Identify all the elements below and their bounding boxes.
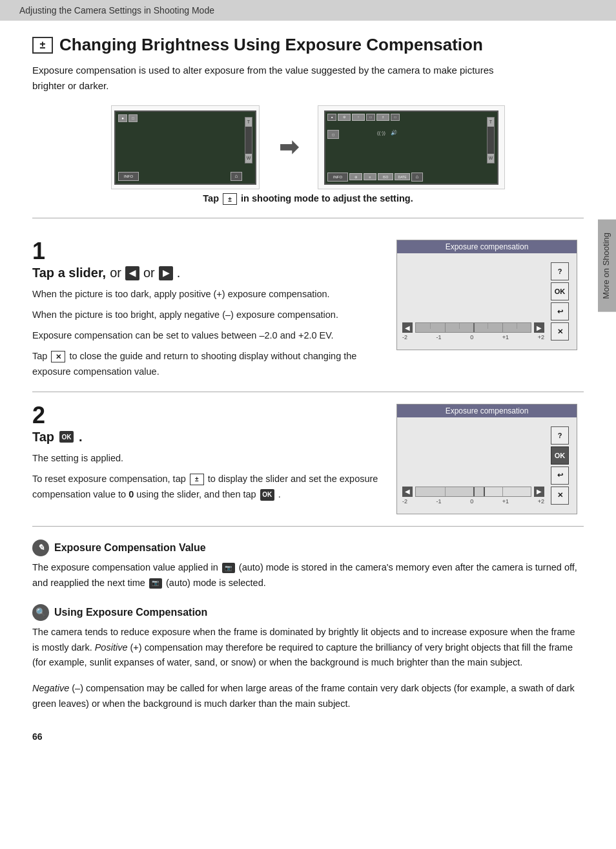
exp-slider-area-1: ◀ ▶ [402, 260, 544, 343]
section-title-text: Changing Brightness Using Exposure Compe… [59, 35, 483, 55]
exp-panel-buttons-2: ? OK ↩ ✕ [548, 424, 571, 507]
cam-icon-note1-1: 📷 [222, 563, 235, 573]
note2-italic-negative: Negative [32, 683, 69, 693]
help-btn-1[interactable]: ? [551, 262, 569, 280]
header-text: Adjusting the Camera Settings in Shootin… [19, 5, 214, 16]
note-2-text-2: Negative (–) compensation may be called … [32, 681, 584, 712]
cam-icon-note1-2: 📷 [149, 578, 162, 589]
slider-labels-2: -2 -1 0 +1 +2 [402, 498, 544, 505]
arrow-right: ➡ [279, 134, 298, 161]
step-2-heading: Tap OK . [32, 430, 381, 445]
section-divider-top [32, 218, 584, 218]
step-1-para3: Exposure compensation can be set to valu… [32, 328, 381, 344]
camera-diagram-before: ● □ T W INFO ⌂ [111, 105, 260, 189]
or-text-2: or [143, 266, 155, 280]
step-2-para1: The setting is applied. [32, 451, 381, 466]
step-1-para1: When the picture is too dark, apply posi… [32, 287, 381, 302]
note-1-text: The exposure compensation value applied … [32, 560, 584, 591]
step-1-panel: Exposure compensation ◀ [396, 240, 584, 350]
slider-left-btn-2[interactable]: ◀ [402, 487, 413, 497]
step-1-body: When the picture is too dark, apply posi… [32, 287, 381, 380]
note-1-title: Exposure Compensation Value [54, 542, 206, 554]
exposure-comp-icon: ± [32, 37, 53, 54]
left-arrow-btn[interactable]: ◀ [125, 266, 139, 280]
x-btn-2[interactable]: ✕ [551, 487, 569, 505]
x-icon-step1: ✕ [51, 351, 65, 362]
step-1-heading: Tap a slider, or ◀ or ▶ . [32, 266, 381, 280]
back-btn-1[interactable]: ↩ [551, 302, 569, 320]
note-2-title: Using Exposure Compensation [54, 607, 207, 618]
slider-left-btn-1[interactable]: ◀ [402, 322, 413, 333]
note-1-icon: ✎ [32, 540, 49, 556]
note2-italic-positive: Positive [95, 642, 128, 653]
slider-right-btn-2[interactable]: ▶ [534, 487, 544, 497]
lcd-before: ● □ T W INFO ⌂ [114, 110, 256, 185]
step-2-bold-zero: 0 [128, 489, 134, 499]
right-arrow-btn[interactable]: ▶ [159, 266, 173, 280]
section-title: ± Changing Brightness Using Exposure Com… [32, 35, 584, 55]
back-btn-2[interactable]: ↩ [551, 466, 569, 485]
or-text-1: or [110, 266, 121, 280]
exp-icon-step2: ± [190, 474, 204, 485]
note-2-heading: 🔍 Using Exposure Compensation [32, 604, 584, 621]
help-btn-2[interactable]: ? [551, 426, 569, 445]
step-1-para4: Tap ✕ to close the guide and return to s… [32, 349, 381, 380]
exp-slider-area-2: ◀ ▶ -2 -1 [402, 424, 544, 507]
note-2-icon: 🔍 [32, 604, 49, 621]
step-1-row: 1 Tap a slider, or ◀ or ▶ . When the pic… [32, 228, 584, 392]
slider-bar-2[interactable] [415, 487, 531, 497]
exp-panel-title-1: Exposure compensation [397, 240, 577, 253]
camera-diagram-after: ● ⚙ ↑ □ ± □ ◻ ((·)) 🔊 T W [318, 105, 505, 189]
ok-icon-step2: OK [59, 431, 74, 443]
exp-comp-icon-inline: ± [223, 193, 237, 205]
ok-icon-step2-end: OK [260, 489, 274, 501]
step-2-body: The setting is applied. To reset exposur… [32, 451, 381, 503]
note-2-text: The camera tends to reduce exposure when… [32, 625, 584, 671]
step-2-row: 2 Tap OK . The setting is applied. To re… [32, 392, 584, 527]
page-number: 66 [32, 731, 43, 742]
x-btn-1[interactable]: ✕ [551, 322, 569, 341]
step-1-number: 1 [32, 240, 381, 263]
slider-bar-1[interactable] [415, 322, 531, 333]
intro-text: Exposure compensation is used to alter e… [32, 63, 523, 94]
exp-slider-track-1: ◀ ▶ [402, 322, 544, 333]
exp-panel-buttons-1: ? OK ↩ ✕ [548, 260, 571, 343]
step-2-panel: Exposure compensation ◀ [396, 404, 584, 514]
step-2-left: 2 Tap OK . The setting is applied. To re… [32, 404, 381, 503]
page-header: Adjusting the Camera Settings in Shootin… [0, 0, 616, 21]
step-1-para2: When the picture is too bright, apply ne… [32, 308, 381, 323]
note-1-heading: ✎ Exposure Compensation Value [32, 540, 584, 556]
ok-btn-2[interactable]: OK [551, 446, 569, 465]
note-1-section: ✎ Exposure Compensation Value The exposu… [32, 540, 584, 591]
exp-panel-1: Exposure compensation ◀ [396, 240, 577, 350]
diagram-caption: Tap ± in shooting mode to adjust the set… [32, 193, 584, 205]
step-2-para2: To reset exposure compensation, tap ± to… [32, 472, 381, 503]
exp-slider-track-2: ◀ ▶ [402, 487, 544, 497]
diagram-area: ● □ T W INFO ⌂ ➡ ● ⚙ [32, 105, 584, 189]
lcd-after: ● ⚙ ↑ □ ± □ ◻ ((·)) 🔊 T W [324, 110, 498, 185]
exp-panel-body-2: ◀ ▶ -2 -1 [397, 417, 577, 514]
exp-panel-body-1: ◀ ▶ [397, 253, 577, 350]
slider-labels-1: -2 -1 0 +1 +2 [402, 334, 544, 341]
ok-btn-1[interactable]: OK [551, 282, 569, 300]
slider-right-btn-1[interactable]: ▶ [534, 322, 544, 333]
exp-panel-title-2: Exposure compensation [397, 404, 577, 417]
exp-panel-2: Exposure compensation ◀ [396, 404, 577, 514]
note-2-section: 🔍 Using Exposure Compensation The camera… [32, 604, 584, 713]
step-2-number: 2 [32, 404, 381, 427]
step-1-left: 1 Tap a slider, or ◀ or ▶ . When the pic… [32, 240, 381, 380]
